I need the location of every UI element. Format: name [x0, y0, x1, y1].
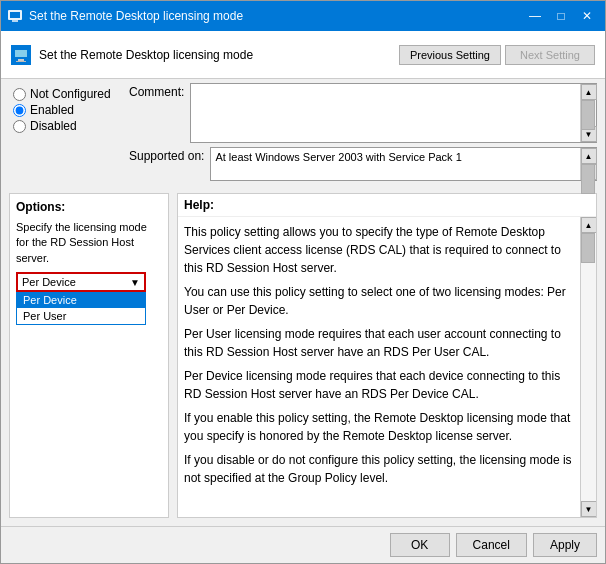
apply-button[interactable]: Apply	[533, 533, 597, 557]
options-description: Specify the licensing mode for the RD Se…	[16, 220, 162, 266]
supported-label: Supported on:	[129, 147, 204, 163]
help-para-5: If you enable this policy setting, the R…	[184, 409, 574, 445]
title-bar-controls: — □ ✕	[523, 5, 599, 27]
licensing-mode-select[interactable]: Per Device Per User	[18, 274, 144, 290]
options-title: Options:	[16, 200, 162, 214]
help-para-3: Per User licensing mode requires that ea…	[184, 325, 574, 361]
help-content: This policy setting allows you to specif…	[178, 217, 580, 517]
licensing-mode-dropdown-wrapper: Per Device Per User ▼	[16, 272, 146, 292]
options-panel: Options: Specify the licensing mode for …	[9, 193, 169, 518]
next-setting-button[interactable]: Next Setting	[505, 45, 595, 65]
comment-input[interactable]	[191, 84, 580, 142]
comment-scroll-up[interactable]: ▲	[581, 84, 597, 100]
minimize-button[interactable]: —	[523, 5, 547, 27]
help-scroll-thumb[interactable]	[581, 233, 595, 263]
close-button[interactable]: ✕	[575, 5, 599, 27]
help-para-2: You can use this policy setting to selec…	[184, 283, 574, 319]
title-bar-icon	[7, 8, 23, 24]
dropdown-options-list: Per Device Per User	[16, 292, 146, 325]
enabled-label: Enabled	[30, 103, 74, 117]
dropdown-option-per-user[interactable]: Per User	[17, 308, 145, 324]
main-window: Set the Remote Desktop licensing mode — …	[0, 0, 606, 564]
help-panel: Help: This policy setting allows you to …	[177, 193, 597, 518]
disabled-label: Disabled	[30, 119, 77, 133]
maximize-button[interactable]: □	[549, 5, 573, 27]
ok-button[interactable]: OK	[390, 533, 450, 557]
svg-rect-5	[18, 59, 24, 61]
svg-rect-6	[16, 61, 26, 62]
svg-rect-2	[12, 20, 18, 22]
svg-rect-4	[15, 50, 27, 57]
bottom-section: Options: Specify the licensing mode for …	[9, 193, 597, 518]
comment-label: Comment:	[129, 83, 184, 99]
title-bar-text: Set the Remote Desktop licensing mode	[29, 9, 523, 23]
content-area: Not Configured Enabled Disabled Comment:…	[1, 79, 605, 526]
title-bar: Set the Remote Desktop licensing mode — …	[1, 1, 605, 31]
help-scroll-track	[581, 233, 596, 501]
help-para-6: If you disable or do not configure this …	[184, 451, 574, 487]
help-scroll-down[interactable]: ▼	[581, 501, 597, 517]
dropdown-option-per-device[interactable]: Per Device	[17, 292, 145, 308]
svg-rect-1	[10, 12, 20, 18]
help-para-1: This policy setting allows you to specif…	[184, 223, 574, 277]
enabled-radio[interactable]	[13, 104, 26, 117]
not-configured-label: Not Configured	[30, 87, 111, 101]
header-buttons: Previous Setting Next Setting	[399, 45, 595, 65]
cancel-button[interactable]: Cancel	[456, 533, 527, 557]
footer: OK Cancel Apply	[1, 526, 605, 563]
header-bar: Set the Remote Desktop licensing mode Pr…	[1, 31, 605, 79]
header-left: Set the Remote Desktop licensing mode	[11, 45, 253, 65]
supported-scroll-up[interactable]: ▲	[581, 148, 597, 164]
header-icon	[11, 45, 31, 65]
disabled-radio[interactable]	[13, 120, 26, 133]
help-title: Help:	[178, 194, 596, 217]
header-title: Set the Remote Desktop licensing mode	[39, 48, 253, 62]
supported-value: At least Windows Server 2003 with Servic…	[211, 148, 580, 180]
help-para-4: Per Device licensing mode requires that …	[184, 367, 574, 403]
help-scroll-up[interactable]: ▲	[581, 217, 597, 233]
help-scrollbar: ▲ ▼	[580, 217, 596, 517]
previous-setting-button[interactable]: Previous Setting	[399, 45, 501, 65]
not-configured-radio[interactable]	[13, 88, 26, 101]
